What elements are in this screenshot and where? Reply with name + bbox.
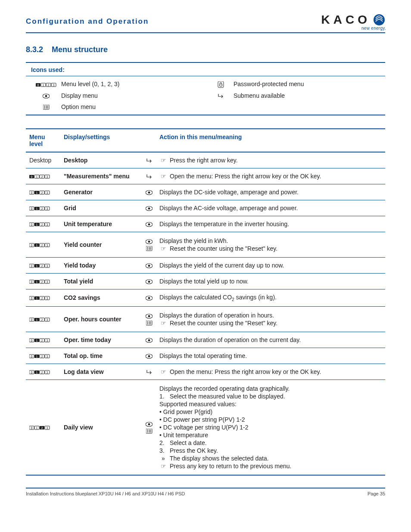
- table-row: Generator Displays the DC-side voltage, …: [26, 184, 385, 200]
- action-text: Press any key to return to the previous …: [170, 463, 291, 470]
- icons-grid: Menu level (0, 1, 2, 3) Password-protect…: [26, 76, 385, 112]
- menu-level-icon: [26, 348, 60, 364]
- footer-right: Page 35: [367, 491, 385, 496]
- option-icon: [31, 103, 61, 110]
- table-row: Unit temperature Displays the temperatur…: [26, 216, 385, 232]
- cell-name: Generator: [60, 184, 142, 200]
- table-row: CO2 savings Displays the calculated CO2 …: [26, 289, 385, 306]
- icon-label-option: Option menu: [61, 103, 208, 110]
- cell-action: Displays the recorded operating data gra…: [156, 380, 385, 475]
- cell-name: Unit temperature: [60, 216, 142, 232]
- action-text: Select a date.: [170, 439, 207, 446]
- cell-name: Grid: [60, 200, 142, 216]
- header-title: Configuration and Operation: [26, 13, 149, 26]
- eye-icon: [142, 257, 156, 273]
- cell-level: Desktop: [26, 152, 60, 168]
- cell-name: Oper. time today: [60, 332, 142, 348]
- table-row: Yield today Displays the yield of the cu…: [26, 257, 385, 273]
- brand-block: KACO new energy.: [321, 13, 385, 31]
- th-menu-level: Menu level: [26, 129, 60, 152]
- eye-icon: [142, 216, 156, 232]
- icon-label-submenu: Submenu available: [234, 92, 380, 99]
- cell-name: Log data view: [60, 364, 142, 380]
- cell-name: "Measurements" menu: [60, 168, 142, 184]
- submenu-icon: [208, 92, 234, 99]
- cell-action: Displays the duration of operation in ho…: [156, 306, 385, 332]
- submenu-icon: [142, 364, 156, 380]
- eye-icon: [142, 184, 156, 200]
- cell-icons: [142, 232, 156, 257]
- icons-used-title: Icons used:: [26, 65, 385, 76]
- table-row: Grid Displays the AC-side voltage, amper…: [26, 200, 385, 216]
- menu-level-icon: [26, 380, 60, 475]
- cell-action: Displays the calculated CO2 savings (in …: [156, 289, 385, 306]
- table-row: Total yield Displays the total yield up …: [26, 273, 385, 289]
- icon-label-menu-level: Menu level (0, 1, 2, 3): [61, 81, 208, 87]
- action-text: Supported measured values:: [159, 401, 382, 408]
- action-text: Reset the counter using the "Reset" key.: [170, 320, 277, 327]
- icon-label-protected: Password-protected menu: [234, 81, 380, 87]
- table-row: Oper. hours counter Displays the duratio…: [26, 306, 385, 332]
- cell-icons: [142, 380, 156, 475]
- th-display: Display/settings: [60, 129, 142, 152]
- action-text: Displays the calculated CO: [159, 294, 232, 301]
- brand-swirl-icon: [373, 14, 385, 26]
- menu-level-icon: [26, 332, 60, 348]
- menu-level-icon: [26, 364, 60, 380]
- submenu-icon: [142, 152, 156, 168]
- cell-action: Displays the total yield up to now.: [156, 273, 385, 289]
- table-row: Daily view Displays the recorded operati…: [26, 380, 385, 475]
- menu-level-icon: [26, 273, 60, 289]
- brand-text: KACO: [321, 13, 371, 27]
- icons-used-block: Icons used: Menu level (0, 1, 2, 3) Pass…: [26, 62, 385, 115]
- menu-structure-table: Menu level Display/settings Action in th…: [26, 128, 385, 476]
- table-row: Desktop Desktop ☞Press the right arrow k…: [26, 152, 385, 168]
- action-text: Unit temperature: [159, 432, 382, 439]
- cell-name: Yield counter: [60, 232, 142, 257]
- icon-label-display: Display menu: [61, 92, 208, 99]
- action-text: DC power per string P(PV) 1-2: [159, 416, 382, 423]
- section-title: Menu structure: [52, 45, 108, 54]
- cell-name: Desktop: [60, 152, 142, 168]
- section-number: 8.3.2: [26, 45, 43, 54]
- action-text: DC voltage per string U(PV) 1-2: [159, 424, 382, 431]
- brand-name: KACO: [321, 13, 385, 27]
- menu-level-icon: [26, 257, 60, 273]
- action-text: savings (in kg).: [234, 294, 277, 301]
- eye-icon: [146, 314, 153, 319]
- table-row: Log data view ☞Open the menu: Press the …: [26, 364, 385, 380]
- table-row: Oper. time today Displays the duration o…: [26, 332, 385, 348]
- eye-icon: [31, 92, 61, 99]
- menu-level-icon: [26, 184, 60, 200]
- action-text: Displays the yield in kWh.: [159, 237, 382, 244]
- cell-action: Displays the duration of operation on th…: [156, 332, 385, 348]
- menu-level-icon: [26, 216, 60, 232]
- action-text: Displays the duration of operation in ho…: [159, 312, 382, 319]
- option-icon: [146, 246, 153, 251]
- action-text: Displays the recorded operating data gra…: [159, 385, 382, 392]
- action-text: Reset the counter using the "Reset" key.: [170, 245, 277, 252]
- cell-name: Daily view: [60, 380, 142, 475]
- action-text: Select the measured value to be displaye…: [170, 393, 285, 400]
- action-text: The display shows the selected data.: [170, 455, 269, 462]
- option-icon: [146, 320, 153, 326]
- action-text: Press the right arrow key.: [170, 157, 238, 164]
- action-text: Open the menu: Press the right arrow key…: [170, 173, 321, 180]
- cell-action: ☞Press the right arrow key.: [156, 152, 385, 168]
- th-action: Action in this menu/meaning: [156, 129, 385, 152]
- table-row: Total op. time Displays the total operat…: [26, 348, 385, 364]
- cell-action: Displays the temperature in the inverter…: [156, 216, 385, 232]
- eye-icon: [142, 200, 156, 216]
- eye-icon: [142, 332, 156, 348]
- eye-icon: [146, 422, 153, 427]
- lock-icon: [208, 81, 234, 88]
- menu-level-icon: [26, 306, 60, 332]
- cell-action: Displays the AC-side voltage, amperage a…: [156, 200, 385, 216]
- cell-name: Oper. hours counter: [60, 306, 142, 332]
- cell-action: Displays the DC-side voltage, amperage a…: [156, 184, 385, 200]
- action-text: Grid power P(grid): [159, 408, 382, 415]
- submenu-icon: [142, 168, 156, 184]
- eye-icon: [142, 348, 156, 364]
- cell-action: Displays the yield of the current day up…: [156, 257, 385, 273]
- menu-level-icon: [26, 289, 60, 306]
